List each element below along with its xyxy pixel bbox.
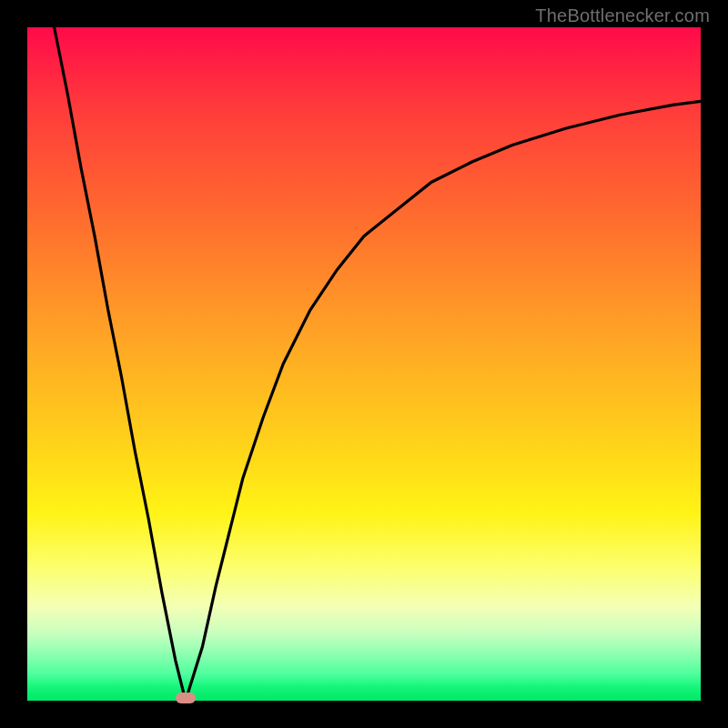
minimum-marker bbox=[176, 693, 196, 703]
curve-layer bbox=[27, 27, 701, 701]
curve-right-branch bbox=[186, 101, 701, 701]
chart-frame: TheBottlenecker.com bbox=[0, 0, 728, 728]
curve-left-branch bbox=[55, 27, 186, 701]
watermark-text: TheBottlenecker.com bbox=[535, 5, 710, 26]
plot-area bbox=[27, 27, 701, 701]
